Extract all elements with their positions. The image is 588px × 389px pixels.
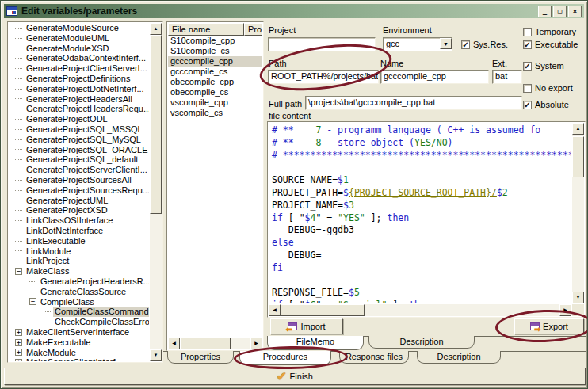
collapse-icon[interactable]: − (29, 298, 36, 305)
tree-item-label: GenerateProjectUML (25, 196, 109, 206)
checkbox-temporary[interactable]: Temporary (523, 27, 576, 36)
tree-item[interactable]: LinkClassOSIInterface (9, 215, 149, 226)
tree-item[interactable]: −MakeClass (9, 266, 149, 276)
titlebar[interactable]: Edit variables/parameters _ □ × (4, 4, 584, 18)
checkbox-no-export[interactable]: No export (523, 83, 573, 93)
tree-item[interactable]: +MakeServerClientInterf... (9, 357, 149, 361)
file-row[interactable]: S10compile_cpp (168, 36, 262, 46)
file-list[interactable]: File name Pro S10compile_cppS10compile_c… (166, 21, 264, 351)
maximize-button[interactable]: □ (553, 6, 567, 17)
tree-item[interactable]: −CompileClass (9, 297, 149, 307)
tree-item[interactable]: GenerateProjectServerClientI... (9, 165, 149, 175)
checkbox-sysres[interactable]: ✓ Sys.Res. (461, 40, 508, 49)
tab-description[interactable]: Description (417, 351, 501, 364)
system-checkbox-box[interactable]: ✓ (523, 62, 532, 71)
expand-icon[interactable]: + (15, 329, 22, 336)
tree-scroll-thumb[interactable] (150, 35, 162, 214)
absolute-checkbox-box[interactable]: ✓ (523, 101, 532, 109)
tab-response-files[interactable]: Response files (339, 351, 409, 364)
environment-combo[interactable]: gcc ▼ (383, 37, 452, 51)
tab-procedures[interactable]: Procedures (239, 351, 331, 365)
file-row[interactable]: gcccompile_cpp (168, 56, 262, 67)
import-button[interactable]: ⬅ Import (270, 318, 343, 334)
name-input[interactable]: gcccompile_cpp (380, 70, 489, 84)
tree-item[interactable]: GenerateProjectSQL_ORACLE (9, 145, 149, 155)
tree-item[interactable]: GenerateProjectHeadersAll (9, 94, 149, 105)
finish-button[interactable]: ✔ Finish (4, 368, 586, 385)
tree-item[interactable]: +MakeClientServerInterface (9, 327, 149, 338)
tree-item[interactable]: GenerateModuleXSD (9, 44, 149, 54)
file-row[interactable]: S10compile_cs (168, 46, 262, 56)
file-list-scroll-thumb[interactable] (180, 338, 231, 349)
file-list-scroll-right-icon[interactable]: ▶ (250, 338, 262, 349)
tree-item[interactable]: GenerateModuleUML (9, 33, 149, 44)
tree-item[interactable]: LinkDotNetInterface (9, 226, 149, 236)
file-content-area[interactable]: # ** 7 - programm language ( C++ is assu… (267, 121, 586, 318)
column-header-procedure[interactable]: Pro (244, 23, 262, 36)
tree-view[interactable]: GenerateModuleSourceGenerateModuleUMLGen… (7, 21, 163, 363)
path-input[interactable]: ROOT_PATH%/projects/bat (268, 70, 379, 84)
expand-icon[interactable]: + (15, 359, 22, 361)
tree-item[interactable]: +MakeModule (9, 348, 149, 358)
close-button[interactable]: × (568, 6, 582, 17)
project-input[interactable] (268, 37, 376, 51)
content-hscroll-thumb[interactable] (281, 304, 365, 316)
code-line (272, 275, 571, 288)
tree-item[interactable]: GenerateProjectXSD (9, 205, 149, 215)
tree-item[interactable]: GenerateProjectSourcesRequ... (9, 185, 149, 196)
tree-item[interactable]: LinkProject (9, 256, 149, 266)
file-list-scroll-left-icon[interactable]: ◀ (168, 338, 180, 349)
sysres-checkbox-box[interactable]: ✓ (461, 40, 470, 49)
checkbox-absolute[interactable]: ✓ Absolute (523, 100, 569, 109)
tab-filememo[interactable]: FileMemo (267, 336, 364, 350)
tree-item[interactable]: +MakeExecutable (9, 338, 149, 348)
file-content-text[interactable]: # ** 7 - programm language ( C++ is assu… (269, 123, 571, 303)
temporary-checkbox-box[interactable] (523, 28, 532, 36)
column-header-file-name[interactable]: File name (168, 23, 244, 36)
collapse-icon[interactable]: − (15, 268, 22, 275)
tree-item[interactable]: GenerateProjectDotNetInterf... (9, 84, 149, 94)
ext-input[interactable]: bat (492, 70, 522, 84)
file-row[interactable]: vscompile_cpp (168, 97, 262, 108)
tab-properties[interactable]: Properties (167, 351, 234, 364)
checkbox-system[interactable]: ✓ System (523, 61, 564, 71)
content-scroll-down-icon[interactable]: ▼ (572, 292, 584, 303)
tab-description[interactable]: Description (368, 336, 475, 349)
tree-item[interactable]: LinkExecutable (9, 236, 149, 246)
tree-scroll-down-icon[interactable]: ▼ (150, 349, 162, 361)
file-row[interactable]: vscompile_cs (168, 108, 262, 118)
full-path-input[interactable]: \projects\bat\gcccompile_cpp.bat (305, 96, 522, 110)
tree-item[interactable]: GenerateProjectSQL_MySQL (9, 135, 149, 145)
content-scroll-left-icon[interactable]: ◀ (269, 304, 281, 316)
tree-item[interactable]: GenerateModuleSource (9, 23, 149, 33)
file-row[interactable]: obecompile_cpp (168, 77, 262, 87)
tree-item[interactable]: GenerateProjectSQL_MSSQL (9, 124, 149, 135)
tree-item[interactable]: CompileClassCommand (9, 307, 149, 317)
minimize-button[interactable]: _ (538, 6, 552, 17)
tree-item[interactable]: GenerateProjectUML (9, 196, 149, 206)
file-row[interactable]: obecompile_cs (168, 87, 262, 97)
tree-item[interactable]: CheckCompileClassError (9, 317, 149, 327)
tree-item[interactable]: GenerateProjectODL (9, 114, 149, 124)
tree-item[interactable]: GenerateProjectDefinitions (9, 74, 149, 84)
tree-scroll-up-icon[interactable]: ▲ (150, 23, 162, 35)
executable-checkbox-box[interactable]: ✓ (523, 40, 532, 49)
tree-item[interactable]: LinkModule (9, 246, 149, 257)
content-scroll-up-icon[interactable]: ▲ (572, 123, 584, 135)
tree-item[interactable]: GenerateProjectClientServerI... (9, 63, 149, 74)
tree-item[interactable]: GenerateProjectHeadersR... (9, 276, 149, 287)
dropdown-arrow-icon[interactable]: ▼ (440, 38, 452, 49)
checkbox-executable[interactable]: ✓ Executable (523, 40, 578, 49)
no-export-checkbox-box[interactable] (523, 84, 532, 93)
content-vscroll-thumb[interactable] (572, 136, 584, 177)
tree-item[interactable]: GenerateOdabaContextInterf... (9, 53, 149, 63)
expand-icon[interactable]: + (15, 349, 22, 356)
export-button[interactable]: ➡ Export (514, 318, 584, 334)
tree-item[interactable]: GenerateProjectHeadersRequ... (9, 104, 149, 114)
file-row[interactable]: gcccompile_cs (168, 67, 262, 77)
tree-item[interactable]: GenerateProjectSQL_default (9, 154, 149, 165)
tree-item[interactable]: GenerateProjectSourcesAll (9, 175, 149, 185)
expand-icon[interactable]: + (15, 339, 22, 346)
tree-item[interactable]: GenerateClassSource (9, 287, 149, 297)
content-scroll-right-icon[interactable]: ▶ (559, 304, 571, 316)
